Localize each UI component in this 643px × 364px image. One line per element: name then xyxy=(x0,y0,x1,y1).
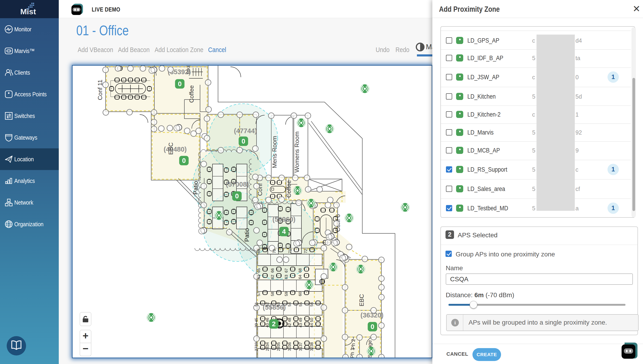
svg-text:2: 2 xyxy=(272,320,276,328)
svg-text:36: 36 xyxy=(287,342,292,347)
svg-text:42: 42 xyxy=(287,323,292,328)
svg-text:Ph 2: Ph 2 xyxy=(350,339,356,349)
svg-text:53: 53 xyxy=(276,302,281,307)
svg-text:71: 71 xyxy=(288,249,292,254)
svg-text:31: 31 xyxy=(298,347,303,351)
svg-text:54: 54 xyxy=(287,302,292,307)
svg-text:70: 70 xyxy=(272,249,277,254)
svg-text:34: 34 xyxy=(265,342,270,347)
svg-text:45: 45 xyxy=(254,318,259,322)
svg-text:4: 4 xyxy=(282,228,286,235)
svg-text:0: 0 xyxy=(178,80,182,88)
svg-text:52: 52 xyxy=(265,302,270,307)
svg-text:43: 43 xyxy=(298,323,303,328)
svg-text:40: 40 xyxy=(265,323,270,328)
svg-text:58: 58 xyxy=(270,292,275,296)
svg-text:59: 59 xyxy=(284,292,289,296)
svg-text:51: 51 xyxy=(254,302,259,307)
svg-text:61: 61 xyxy=(257,275,261,279)
svg-text:39: 39 xyxy=(254,323,259,328)
svg-text:35: 35 xyxy=(276,342,281,347)
svg-text:55: 55 xyxy=(298,302,303,307)
svg-text:67: 67 xyxy=(284,268,289,273)
svg-text:(47744): (47744) xyxy=(234,127,257,134)
svg-text:44: 44 xyxy=(310,323,314,328)
svg-text:33: 33 xyxy=(254,342,259,347)
svg-text:32: 32 xyxy=(310,347,314,351)
svg-text:(40480): (40480) xyxy=(164,146,187,153)
svg-text:27: 27 xyxy=(254,347,259,351)
svg-text:48: 48 xyxy=(287,318,292,322)
svg-text:Womens Room: Womens Room xyxy=(293,132,300,173)
svg-text:62: 62 xyxy=(270,275,275,279)
svg-text:EBC: EBC xyxy=(167,142,174,154)
svg-text:Patio: Patio xyxy=(243,228,250,242)
svg-text:Patio: Patio xyxy=(192,181,199,194)
svg-text:50: 50 xyxy=(310,318,314,322)
svg-text:57: 57 xyxy=(257,292,261,296)
svg-text:37: 37 xyxy=(298,342,303,347)
svg-text:Mens Room: Mens Room xyxy=(271,136,278,168)
svg-text:29: 29 xyxy=(276,347,281,351)
svg-text:66: 66 xyxy=(270,268,275,273)
svg-text:65: 65 xyxy=(257,268,261,273)
svg-text:63: 63 xyxy=(284,275,289,279)
svg-text:28: 28 xyxy=(265,347,270,351)
svg-text:72: 72 xyxy=(304,249,308,254)
svg-text:0: 0 xyxy=(242,138,245,145)
svg-text:64: 64 xyxy=(298,275,302,279)
svg-text:0: 0 xyxy=(182,157,186,164)
svg-text:EBC: EBC xyxy=(358,294,365,306)
svg-text:0: 0 xyxy=(235,192,239,200)
svg-text:(50960): (50960) xyxy=(272,216,295,223)
svg-text:BIKE: BIKE xyxy=(186,66,191,74)
svg-text:0: 0 xyxy=(371,323,374,330)
svg-text:68: 68 xyxy=(298,268,302,273)
svg-text:60: 60 xyxy=(298,292,302,296)
svg-text:Conf 11: Conf 11 xyxy=(97,80,104,100)
svg-text:56: 56 xyxy=(310,302,314,307)
svg-text:Mist: Mist xyxy=(20,7,36,16)
svg-text:(57008): (57008) xyxy=(226,180,249,188)
svg-text:Coffee: Coffee xyxy=(188,85,195,103)
svg-text:69: 69 xyxy=(257,249,261,254)
svg-text:30: 30 xyxy=(287,347,292,351)
svg-text:49: 49 xyxy=(298,318,303,322)
svg-text:46: 46 xyxy=(265,318,270,322)
svg-text:Coffee: Coffee xyxy=(285,180,292,198)
svg-text:38: 38 xyxy=(310,342,314,347)
